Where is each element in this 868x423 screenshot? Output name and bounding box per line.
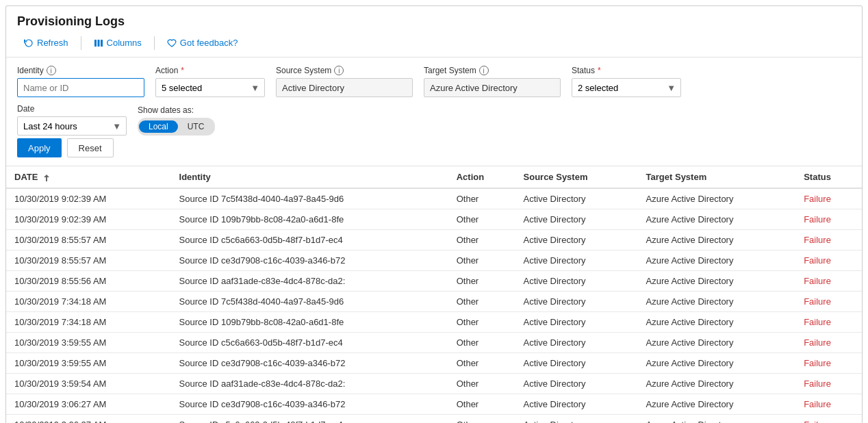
cell-target: Azure Active Directory [638,292,796,312]
cell-date: 10/30/2019 8:55:57 AM [6,251,171,271]
action-label: Action * [155,66,265,75]
cell-action: Other [448,374,515,394]
cell-date: 10/30/2019 3:06:27 AM [6,394,171,415]
heart-icon [167,38,177,48]
columns-button[interactable]: Columns [87,34,149,51]
cell-status: Failure [795,353,862,374]
status-label: Status * [572,66,681,75]
identity-input[interactable] [17,78,144,97]
cell-source: Active Directory [515,188,638,209]
table-row[interactable]: 10/30/2019 9:02:39 AM Source ID 109b79bb… [6,209,862,230]
toggle-utc[interactable]: UTC [178,120,214,133]
cell-status: Failure [795,374,862,394]
cell-action: Other [448,292,515,312]
cell-action: Other [448,188,515,209]
table-row[interactable]: 10/30/2019 8:55:57 AM Source ID c5c6a663… [6,230,862,251]
cell-target: Azure Active Directory [638,415,796,424]
table-row[interactable]: 10/30/2019 3:06:27 AM Source ID ce3d7908… [6,394,862,415]
toolbar-divider-1 [81,36,81,50]
cell-target: Azure Active Directory [638,230,796,251]
action-required: * [181,66,184,75]
cell-date: 10/30/2019 3:59:55 AM [6,333,171,353]
cell-target: Azure Active Directory [638,209,796,230]
cell-target: Azure Active Directory [638,374,796,394]
cell-status: Failure [795,415,862,424]
action-select[interactable]: 5 selected [155,78,265,97]
cell-status: Failure [795,394,862,415]
date-select[interactable]: Last 24 hours Last 7 days Last 30 days [17,116,127,136]
columns-icon [94,38,103,48]
col-status: Status [795,166,862,188]
apply-button[interactable]: Apply [17,138,62,157]
table-row[interactable]: 10/30/2019 8:55:57 AM Source ID ce3d7908… [6,251,862,271]
cell-status: Failure [795,251,862,271]
date-filter-group: Date Last 24 hours Last 7 days Last 30 d… [17,104,127,136]
cell-identity: Source ID aaf31ade-c83e-4dc4-878c-da2: [171,271,448,292]
cell-date: 10/30/2019 8:55:56 AM [6,271,171,292]
table-row[interactable]: 10/30/2019 3:06:27 AM Source ID c5c6a663… [6,415,862,424]
identity-info-icon[interactable]: i [47,66,56,75]
col-action: Action [448,166,515,188]
cell-action: Other [448,415,515,424]
cell-identity: Source ID c5c6a663-0d5b-48f7-b1d7-ec4 [171,230,448,251]
toolbar: Refresh Columns Got feedback? [17,34,851,51]
table-row[interactable]: 10/30/2019 3:59:55 AM Source ID ce3d7908… [6,353,862,374]
table-row[interactable]: 10/30/2019 3:59:55 AM Source ID c5c6a663… [6,333,862,353]
cell-date: 10/30/2019 7:34:18 AM [6,312,171,333]
cell-target: Azure Active Directory [638,312,796,333]
table-section: DATE Identity Action Source System Targe… [6,166,862,423]
table-row[interactable]: 10/30/2019 7:34:18 AM Source ID 109b79bb… [6,312,862,333]
cell-action: Other [448,312,515,333]
cell-action: Other [448,353,515,374]
refresh-icon [24,38,34,48]
cell-date: 10/30/2019 3:59:55 AM [6,353,171,374]
cell-source: Active Directory [515,292,638,312]
status-filter-group: Status * 2 selected ▼ [572,66,681,97]
feedback-label: Got feedback? [180,38,238,48]
source-system-value: Active Directory [276,78,413,97]
cell-identity: Source ID 7c5f438d-4040-4a97-8a45-9d6 [171,292,448,312]
col-target-system: Target System [638,166,796,188]
cell-status: Failure [795,292,862,312]
cell-identity: Source ID ce3d7908-c16c-4039-a346-b72 [171,394,448,415]
cell-source: Active Directory [515,230,638,251]
cell-source: Active Directory [515,271,638,292]
cell-target: Azure Active Directory [638,353,796,374]
status-select[interactable]: 2 selected [572,78,681,97]
cell-source: Active Directory [515,415,638,424]
table-row[interactable]: 10/30/2019 3:59:54 AM Source ID aaf31ade… [6,374,862,394]
feedback-button[interactable]: Got feedback? [160,34,245,51]
table-body: 10/30/2019 9:02:39 AM Source ID 7c5f438d… [6,188,862,423]
cell-identity: Source ID c5c6a663-0d5b-48f7-b1d7-ec4 [171,415,448,424]
filters-section: Identity i Action * 5 selected ▼ [6,57,862,166]
table-row[interactable]: 10/30/2019 7:34:18 AM Source ID 7c5f438d… [6,292,862,312]
toggle-local[interactable]: Local [139,120,178,133]
svg-rect-0 [94,40,97,47]
cell-action: Other [448,333,515,353]
table-row[interactable]: 10/30/2019 9:02:39 AM Source ID 7c5f438d… [6,188,862,209]
cell-source: Active Directory [515,333,638,353]
date-sort-icon [43,174,50,182]
action-filter-group: Action * 5 selected ▼ [155,66,265,97]
cell-source: Active Directory [515,312,638,333]
date-row: Date Last 24 hours Last 7 days Last 30 d… [17,104,851,136]
source-system-label: Source System i [276,66,413,75]
reset-button[interactable]: Reset [67,138,114,157]
target-info-icon[interactable]: i [479,66,489,75]
table-row[interactable]: 10/30/2019 8:55:56 AM Source ID aaf31ade… [6,271,862,292]
identity-filter-group: Identity i [17,66,144,97]
target-system-filter-group: Target System i Azure Active Directory [424,66,561,97]
cell-identity: Source ID 109b79bb-8c08-42a0-a6d1-8fe [171,209,448,230]
action-row: Apply Reset [17,138,851,157]
cell-action: Other [448,209,515,230]
identity-label: Identity i [17,66,144,75]
source-info-icon[interactable]: i [334,66,344,75]
status-select-wrapper: 2 selected ▼ [572,78,681,97]
col-date[interactable]: DATE [6,166,171,188]
source-system-filter-group: Source System i Active Directory [276,66,413,97]
page-title: Provisioning Logs [17,14,851,29]
refresh-button[interactable]: Refresh [17,34,75,51]
show-dates-group: Show dates as: Local UTC [138,105,215,136]
cell-source: Active Directory [515,251,638,271]
table-header-row: DATE Identity Action Source System Targe… [6,166,862,188]
